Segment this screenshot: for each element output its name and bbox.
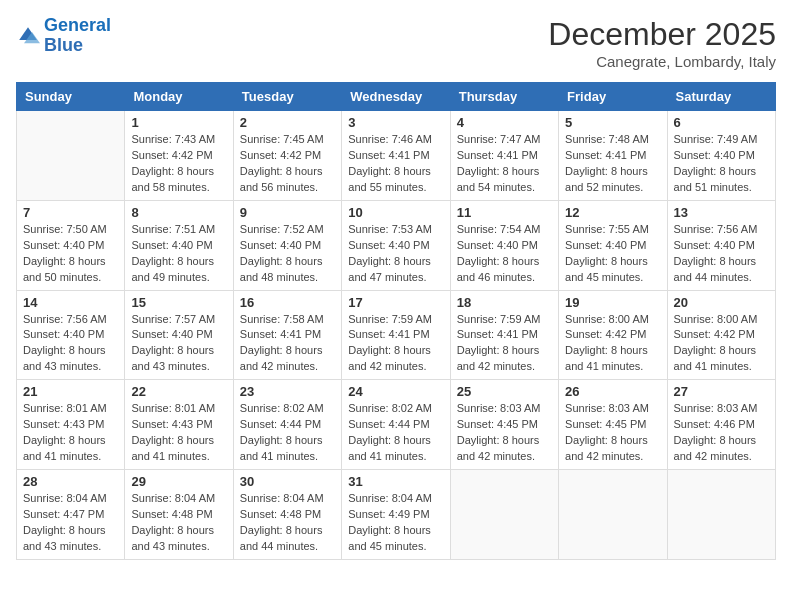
- calendar-day-cell: 5Sunrise: 7:48 AMSunset: 4:41 PMDaylight…: [559, 111, 667, 201]
- day-info: Sunrise: 7:56 AMSunset: 4:40 PMDaylight:…: [674, 222, 769, 286]
- logo: General Blue: [16, 16, 111, 56]
- day-info: Sunrise: 7:46 AMSunset: 4:41 PMDaylight:…: [348, 132, 443, 196]
- day-info: Sunrise: 7:51 AMSunset: 4:40 PMDaylight:…: [131, 222, 226, 286]
- day-number: 12: [565, 205, 660, 220]
- calendar-day-header: Friday: [559, 83, 667, 111]
- calendar-day-cell: 28Sunrise: 8:04 AMSunset: 4:47 PMDayligh…: [17, 470, 125, 560]
- calendar-day-cell: 14Sunrise: 7:56 AMSunset: 4:40 PMDayligh…: [17, 290, 125, 380]
- day-number: 31: [348, 474, 443, 489]
- calendar-day-cell: [559, 470, 667, 560]
- day-number: 21: [23, 384, 118, 399]
- day-info: Sunrise: 7:50 AMSunset: 4:40 PMDaylight:…: [23, 222, 118, 286]
- day-info: Sunrise: 8:00 AMSunset: 4:42 PMDaylight:…: [565, 312, 660, 376]
- calendar-day-cell: 20Sunrise: 8:00 AMSunset: 4:42 PMDayligh…: [667, 290, 775, 380]
- day-number: 10: [348, 205, 443, 220]
- day-number: 14: [23, 295, 118, 310]
- day-number: 26: [565, 384, 660, 399]
- calendar-day-header: Wednesday: [342, 83, 450, 111]
- calendar-day-cell: [17, 111, 125, 201]
- calendar-day-cell: 22Sunrise: 8:01 AMSunset: 4:43 PMDayligh…: [125, 380, 233, 470]
- day-number: 23: [240, 384, 335, 399]
- day-number: 5: [565, 115, 660, 130]
- day-number: 19: [565, 295, 660, 310]
- calendar-day-cell: 13Sunrise: 7:56 AMSunset: 4:40 PMDayligh…: [667, 200, 775, 290]
- day-number: 17: [348, 295, 443, 310]
- day-info: Sunrise: 8:01 AMSunset: 4:43 PMDaylight:…: [131, 401, 226, 465]
- calendar-day-cell: 25Sunrise: 8:03 AMSunset: 4:45 PMDayligh…: [450, 380, 558, 470]
- day-number: 8: [131, 205, 226, 220]
- calendar-day-cell: 16Sunrise: 7:58 AMSunset: 4:41 PMDayligh…: [233, 290, 341, 380]
- logo-line2: Blue: [44, 35, 83, 55]
- calendar-day-cell: 10Sunrise: 7:53 AMSunset: 4:40 PMDayligh…: [342, 200, 450, 290]
- day-number: 15: [131, 295, 226, 310]
- calendar-day-cell: 17Sunrise: 7:59 AMSunset: 4:41 PMDayligh…: [342, 290, 450, 380]
- logo-text: General Blue: [44, 16, 111, 56]
- day-number: 25: [457, 384, 552, 399]
- day-number: 11: [457, 205, 552, 220]
- day-info: Sunrise: 8:04 AMSunset: 4:47 PMDaylight:…: [23, 491, 118, 555]
- month-title: December 2025: [548, 16, 776, 53]
- day-info: Sunrise: 7:53 AMSunset: 4:40 PMDaylight:…: [348, 222, 443, 286]
- day-number: 28: [23, 474, 118, 489]
- calendar-day-cell: 23Sunrise: 8:02 AMSunset: 4:44 PMDayligh…: [233, 380, 341, 470]
- page-header: General Blue December 2025 Canegrate, Lo…: [16, 16, 776, 70]
- day-info: Sunrise: 8:02 AMSunset: 4:44 PMDaylight:…: [240, 401, 335, 465]
- day-number: 20: [674, 295, 769, 310]
- calendar-day-cell: 30Sunrise: 8:04 AMSunset: 4:48 PMDayligh…: [233, 470, 341, 560]
- calendar-day-cell: 27Sunrise: 8:03 AMSunset: 4:46 PMDayligh…: [667, 380, 775, 470]
- calendar-day-cell: 18Sunrise: 7:59 AMSunset: 4:41 PMDayligh…: [450, 290, 558, 380]
- day-number: 9: [240, 205, 335, 220]
- day-number: 16: [240, 295, 335, 310]
- calendar-day-header: Monday: [125, 83, 233, 111]
- calendar-day-cell: 9Sunrise: 7:52 AMSunset: 4:40 PMDaylight…: [233, 200, 341, 290]
- day-info: Sunrise: 7:54 AMSunset: 4:40 PMDaylight:…: [457, 222, 552, 286]
- day-info: Sunrise: 7:56 AMSunset: 4:40 PMDaylight:…: [23, 312, 118, 376]
- calendar-day-cell: 21Sunrise: 8:01 AMSunset: 4:43 PMDayligh…: [17, 380, 125, 470]
- day-number: 18: [457, 295, 552, 310]
- day-number: 2: [240, 115, 335, 130]
- calendar-day-cell: 15Sunrise: 7:57 AMSunset: 4:40 PMDayligh…: [125, 290, 233, 380]
- calendar-day-header: Thursday: [450, 83, 558, 111]
- day-number: 6: [674, 115, 769, 130]
- calendar-day-cell: 2Sunrise: 7:45 AMSunset: 4:42 PMDaylight…: [233, 111, 341, 201]
- calendar-day-cell: 3Sunrise: 7:46 AMSunset: 4:41 PMDaylight…: [342, 111, 450, 201]
- calendar-day-cell: 12Sunrise: 7:55 AMSunset: 4:40 PMDayligh…: [559, 200, 667, 290]
- calendar-day-cell: 31Sunrise: 8:04 AMSunset: 4:49 PMDayligh…: [342, 470, 450, 560]
- calendar-day-cell: 19Sunrise: 8:00 AMSunset: 4:42 PMDayligh…: [559, 290, 667, 380]
- calendar-week-row: 7Sunrise: 7:50 AMSunset: 4:40 PMDaylight…: [17, 200, 776, 290]
- day-info: Sunrise: 8:04 AMSunset: 4:49 PMDaylight:…: [348, 491, 443, 555]
- calendar-day-cell: 26Sunrise: 8:03 AMSunset: 4:45 PMDayligh…: [559, 380, 667, 470]
- day-number: 27: [674, 384, 769, 399]
- day-number: 13: [674, 205, 769, 220]
- calendar-table: SundayMondayTuesdayWednesdayThursdayFrid…: [16, 82, 776, 560]
- day-info: Sunrise: 7:59 AMSunset: 4:41 PMDaylight:…: [457, 312, 552, 376]
- day-number: 1: [131, 115, 226, 130]
- location: Canegrate, Lombardy, Italy: [548, 53, 776, 70]
- day-info: Sunrise: 8:04 AMSunset: 4:48 PMDaylight:…: [131, 491, 226, 555]
- calendar-day-cell: 6Sunrise: 7:49 AMSunset: 4:40 PMDaylight…: [667, 111, 775, 201]
- day-info: Sunrise: 8:00 AMSunset: 4:42 PMDaylight:…: [674, 312, 769, 376]
- day-number: 7: [23, 205, 118, 220]
- day-info: Sunrise: 8:03 AMSunset: 4:45 PMDaylight:…: [457, 401, 552, 465]
- day-info: Sunrise: 7:58 AMSunset: 4:41 PMDaylight:…: [240, 312, 335, 376]
- day-number: 22: [131, 384, 226, 399]
- day-info: Sunrise: 8:04 AMSunset: 4:48 PMDaylight:…: [240, 491, 335, 555]
- calendar-day-header: Saturday: [667, 83, 775, 111]
- day-info: Sunrise: 7:43 AMSunset: 4:42 PMDaylight:…: [131, 132, 226, 196]
- logo-icon: [16, 24, 40, 48]
- day-info: Sunrise: 7:55 AMSunset: 4:40 PMDaylight:…: [565, 222, 660, 286]
- calendar-day-cell: 29Sunrise: 8:04 AMSunset: 4:48 PMDayligh…: [125, 470, 233, 560]
- day-info: Sunrise: 7:52 AMSunset: 4:40 PMDaylight:…: [240, 222, 335, 286]
- day-number: 30: [240, 474, 335, 489]
- title-block: December 2025 Canegrate, Lombardy, Italy: [548, 16, 776, 70]
- calendar-day-cell: [450, 470, 558, 560]
- calendar-day-cell: 4Sunrise: 7:47 AMSunset: 4:41 PMDaylight…: [450, 111, 558, 201]
- calendar-week-row: 28Sunrise: 8:04 AMSunset: 4:47 PMDayligh…: [17, 470, 776, 560]
- day-number: 4: [457, 115, 552, 130]
- day-number: 29: [131, 474, 226, 489]
- day-number: 24: [348, 384, 443, 399]
- day-info: Sunrise: 7:47 AMSunset: 4:41 PMDaylight:…: [457, 132, 552, 196]
- calendar-day-header: Tuesday: [233, 83, 341, 111]
- day-info: Sunrise: 7:45 AMSunset: 4:42 PMDaylight:…: [240, 132, 335, 196]
- calendar-week-row: 14Sunrise: 7:56 AMSunset: 4:40 PMDayligh…: [17, 290, 776, 380]
